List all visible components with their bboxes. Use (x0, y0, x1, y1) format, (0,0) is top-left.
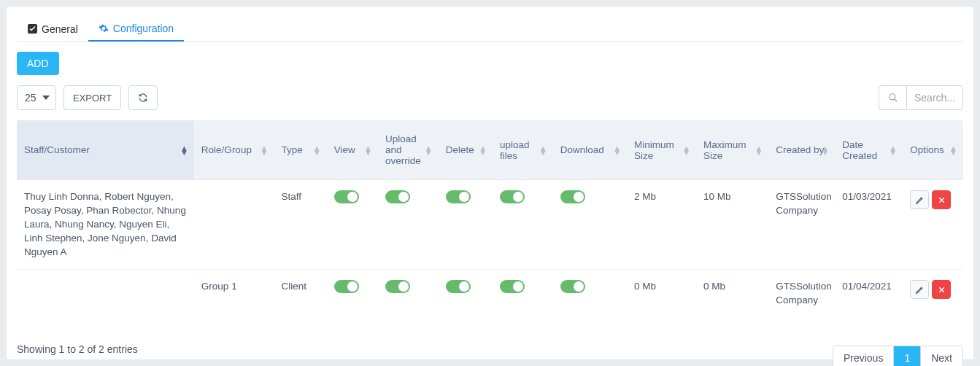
permissions-table: Staff/Customer▲▼ Role/Group▲▼ Type▲▼ Vie… (17, 120, 963, 318)
cell-download (553, 180, 627, 270)
cell-staff (17, 270, 194, 318)
col-min-size[interactable]: Minimum Size▲▼ (627, 120, 696, 180)
delete-button[interactable] (932, 280, 951, 299)
cell-type: Client (274, 270, 326, 318)
table-row: Group 1 Client 0 Mb 0 Mb GTSSolution Com… (17, 270, 963, 318)
search-icon (888, 93, 898, 103)
refresh-button[interactable] (128, 85, 158, 110)
cell-created-by: GTSSolution Company (768, 180, 835, 270)
export-button[interactable]: EXPORT (63, 85, 121, 110)
search-button[interactable] (879, 85, 906, 110)
sort-icon: ▲▼ (180, 146, 188, 155)
sort-icon: ▲▼ (364, 146, 372, 155)
sort-icon: ▲▼ (613, 146, 621, 155)
sort-icon: ▲▼ (821, 146, 829, 155)
refresh-icon (138, 93, 148, 103)
edit-button[interactable] (910, 280, 929, 299)
col-max-size[interactable]: Maximum Size▲▼ (696, 120, 768, 180)
sort-icon: ▲▼ (539, 146, 547, 155)
toggle-view[interactable] (334, 280, 359, 293)
toggle-upload-files[interactable] (500, 190, 525, 203)
cell-role: Group 1 (194, 270, 274, 318)
svg-line-2 (894, 99, 897, 102)
cell-upload-override (378, 270, 439, 318)
toggle-delete[interactable] (446, 280, 471, 293)
sort-icon: ▲▼ (479, 146, 487, 155)
col-options[interactable]: Options▲▼ (903, 120, 963, 180)
add-button[interactable]: ADD (17, 52, 59, 75)
sort-icon: ▲▼ (425, 146, 433, 155)
sort-icon: ▲▼ (949, 146, 957, 155)
toggle-upload-override[interactable] (385, 190, 410, 203)
toggle-view[interactable] (334, 190, 359, 203)
col-staff[interactable]: Staff/Customer▲▼ (17, 120, 194, 180)
col-view[interactable]: View▲▼ (327, 120, 378, 180)
cell-delete (439, 270, 493, 318)
sort-icon: ▲▼ (313, 146, 321, 155)
cell-options (903, 180, 963, 270)
cell-staff: Thuy Linh Donna, Robert Nguyen, Posay Po… (17, 180, 194, 270)
col-type[interactable]: Type▲▼ (274, 120, 326, 180)
row-actions (910, 280, 956, 299)
toggle-download[interactable] (560, 280, 585, 293)
tab-configuration[interactable]: Configuration (88, 17, 184, 42)
pencil-icon (915, 195, 925, 205)
cell-role (194, 180, 274, 270)
gear-icon (99, 23, 109, 34)
tab-general-label: General (42, 23, 78, 35)
edit-button[interactable] (910, 190, 929, 209)
delete-button[interactable] (932, 190, 951, 209)
pencil-icon (915, 285, 925, 295)
cell-date: 01/03/2021 (835, 180, 903, 270)
toggle-delete[interactable] (446, 190, 471, 203)
cell-max: 10 Mb (696, 180, 768, 270)
svg-point-1 (889, 94, 895, 100)
tab-configuration-label: Configuration (113, 23, 174, 34)
toggle-upload-override[interactable] (385, 280, 410, 293)
row-actions (910, 190, 956, 209)
cell-min: 0 Mb (627, 270, 696, 318)
cell-min: 2 Mb (627, 180, 696, 270)
cell-delete (439, 180, 493, 270)
page-size-select[interactable]: 25 (17, 85, 56, 110)
cell-created-by: GTSSolution Company (768, 270, 835, 318)
cell-type: Staff (274, 180, 326, 270)
col-role[interactable]: Role/Group▲▼ (194, 120, 274, 180)
search-input[interactable] (906, 85, 963, 110)
next-button[interactable]: Next (921, 346, 962, 366)
cell-upload-files (493, 180, 553, 270)
toolbar: 25 EXPORT (17, 85, 963, 110)
cell-view (327, 180, 378, 270)
toggle-download[interactable] (560, 190, 585, 203)
toggle-upload-files[interactable] (500, 280, 525, 293)
col-upload-files[interactable]: upload files▲▼ (493, 120, 553, 180)
sort-icon: ▲▼ (889, 146, 897, 155)
pagination: Previous 1 Next (833, 346, 963, 366)
col-delete[interactable]: Delete▲▼ (439, 120, 493, 180)
previous-button[interactable]: Previous (833, 346, 894, 366)
col-download[interactable]: Download▲▼ (553, 120, 627, 180)
cell-upload-files (493, 270, 553, 318)
sort-icon: ▲▼ (682, 146, 690, 155)
table-footer: Showing 1 to 2 of 2 entries Previous 1 N… (17, 328, 963, 366)
table-header-row: Staff/Customer▲▼ Role/Group▲▼ Type▲▼ Vie… (17, 120, 963, 180)
search-group (879, 85, 963, 110)
entries-info: Showing 1 to 2 of 2 entries (17, 343, 138, 355)
table-row: Thuy Linh Donna, Robert Nguyen, Posay Po… (17, 180, 963, 270)
cell-date: 01/04/2021 (835, 270, 903, 318)
cell-upload-override (378, 180, 439, 270)
page-1-button[interactable]: 1 (894, 346, 921, 366)
cell-max: 0 Mb (696, 270, 768, 318)
col-upload-override[interactable]: Upload and override▲▼ (378, 120, 439, 180)
cell-view (327, 270, 378, 318)
cell-download (553, 270, 627, 318)
cell-options (903, 270, 963, 318)
col-created-by[interactable]: Created by▲▼ (768, 120, 835, 180)
config-panel: General Configuration ADD 25 EXPORT (6, 6, 974, 360)
col-date-created[interactable]: Date Created▲▼ (835, 120, 903, 180)
checkbox-icon (27, 24, 37, 34)
sort-icon: ▲▼ (261, 146, 269, 155)
close-icon (938, 286, 946, 294)
tab-general[interactable]: General (17, 17, 88, 41)
close-icon (938, 196, 946, 204)
